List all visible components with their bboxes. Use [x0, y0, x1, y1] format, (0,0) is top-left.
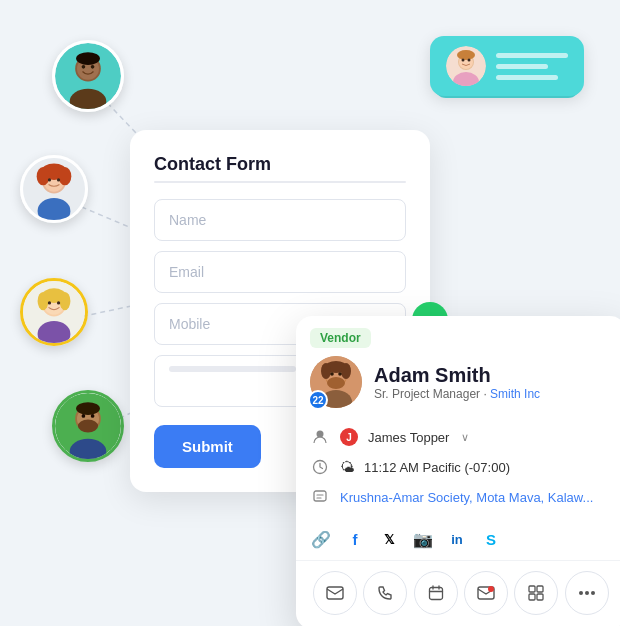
svg-point-27 [48, 301, 51, 304]
location-text[interactable]: Krushna-Amar Society, Mota Mava, Kalaw..… [340, 490, 593, 505]
person-icon [310, 427, 330, 447]
tr-line-3 [496, 75, 558, 80]
profile-card: Vendor 2 [296, 316, 620, 626]
svg-point-19 [57, 178, 60, 181]
svg-point-28 [57, 301, 60, 304]
svg-point-17 [59, 167, 72, 185]
location-icon [310, 487, 330, 507]
location-row: Krushna-Amar Society, Mota Mava, Kalaw..… [310, 482, 612, 512]
contact-j-icon: J [340, 428, 358, 446]
svg-point-74 [468, 59, 471, 62]
linkedin-icon[interactable]: in [446, 528, 468, 550]
profile-title: Sr. Project Manager [374, 387, 480, 401]
chevron-icon: ∨ [461, 431, 469, 444]
svg-point-60 [488, 586, 494, 592]
email-field[interactable]: Email [154, 251, 406, 293]
svg-point-35 [82, 414, 86, 418]
svg-point-34 [76, 402, 100, 415]
svg-rect-61 [529, 586, 535, 592]
svg-rect-62 [537, 586, 543, 592]
time-row: 🌤 11:12 AM Pacific (-07:00) [310, 452, 612, 482]
person-avatar-1 [52, 40, 124, 112]
svg-rect-64 [537, 594, 543, 600]
svg-point-73 [462, 59, 465, 62]
time-text: 11:12 AM Pacific (-07:00) [364, 460, 510, 475]
svg-point-33 [78, 420, 98, 433]
svg-point-9 [91, 65, 95, 69]
svg-point-65 [579, 591, 583, 595]
tr-avatar [446, 46, 486, 86]
svg-point-66 [585, 591, 589, 595]
form-divider [154, 181, 406, 183]
svg-rect-63 [529, 594, 535, 600]
contact-person-row: J James Topper ∨ [310, 422, 612, 452]
person-avatar-4 [52, 390, 124, 462]
facebook-icon[interactable]: f [344, 528, 366, 550]
clock-icon [310, 457, 330, 477]
profile-info: Adam Smith Sr. Project Manager · Smith I… [374, 364, 540, 401]
svg-rect-58 [429, 588, 442, 600]
person-avatar-3 [20, 278, 88, 346]
phone-action-button[interactable] [363, 571, 407, 615]
badge-count: 22 [308, 390, 328, 410]
svg-rect-57 [327, 587, 343, 599]
profile-avatar-wrap: 22 [310, 356, 362, 408]
profile-rows: J James Topper ∨ 🌤 11:12 AM Pacific (-07… [296, 418, 620, 522]
svg-point-72 [457, 50, 475, 60]
top-right-card [430, 36, 584, 96]
svg-point-51 [341, 363, 351, 379]
contact-person-name: James Topper [368, 430, 449, 445]
svg-point-53 [338, 372, 342, 376]
name-field[interactable]: Name [154, 199, 406, 241]
grid-action-button[interactable] [514, 571, 558, 615]
profile-company[interactable]: Smith Inc [490, 387, 540, 401]
instagram-icon[interactable]: 📷 [412, 528, 434, 550]
tr-line-2 [496, 64, 548, 69]
profile-name: Adam Smith [374, 364, 540, 387]
submit-button[interactable]: Submit [154, 425, 261, 468]
action-buttons-row [296, 560, 620, 626]
tr-lines [496, 53, 568, 80]
link-icon[interactable]: 🔗 [310, 528, 332, 550]
svg-point-26 [59, 292, 70, 310]
svg-point-25 [38, 292, 49, 310]
person-avatar-2 [20, 155, 88, 223]
x-twitter-icon[interactable]: 𝕏 [378, 528, 400, 550]
social-icons-row: 🔗 f 𝕏 📷 in S [296, 522, 620, 560]
svg-rect-56 [314, 491, 326, 501]
profile-header: 22 Adam Smith Sr. Project Manager · Smit… [296, 356, 620, 418]
more-action-button[interactable] [565, 571, 609, 615]
svg-point-67 [591, 591, 595, 595]
svg-point-18 [48, 178, 51, 181]
svg-point-8 [82, 65, 86, 69]
vendor-badge: Vendor [310, 328, 371, 348]
envelope-action-button[interactable] [464, 571, 508, 615]
email-action-button[interactable] [313, 571, 357, 615]
svg-point-16 [37, 167, 50, 185]
svg-point-50 [321, 363, 331, 379]
svg-point-48 [327, 377, 345, 389]
tr-line-1 [496, 53, 568, 58]
svg-point-52 [330, 372, 334, 376]
svg-point-10 [76, 52, 100, 65]
profile-subtitle: Sr. Project Manager · Smith Inc [374, 387, 540, 401]
time-emoji: 🌤 [340, 459, 354, 475]
calendar-action-button[interactable] [414, 571, 458, 615]
svg-point-36 [91, 414, 95, 418]
skype-icon[interactable]: S [480, 528, 502, 550]
form-title: Contact Form [154, 154, 406, 175]
